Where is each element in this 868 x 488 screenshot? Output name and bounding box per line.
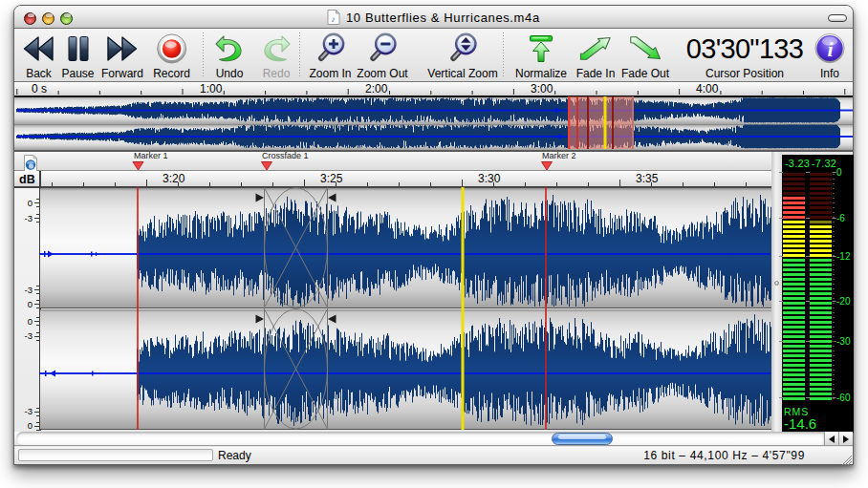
svg-text:♪: ♪ (331, 14, 336, 24)
svg-text:i: i (827, 37, 834, 61)
